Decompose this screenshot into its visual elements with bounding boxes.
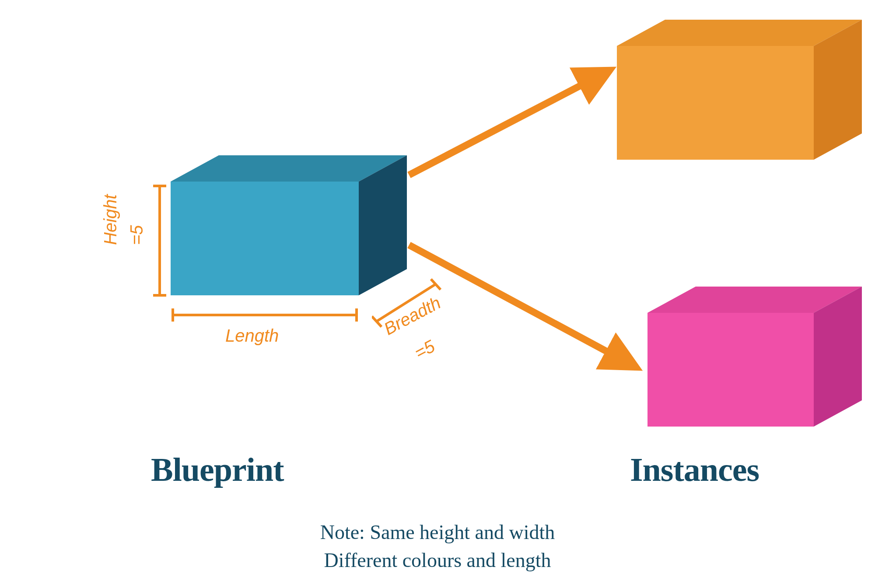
- blueprint-heading: Blueprint: [151, 451, 284, 489]
- height-bracket-icon: [151, 184, 168, 298]
- instance-cube-orange: [608, 15, 866, 164]
- diagram-canvas: Height =5 Length Breadth =5 Blueprint In…: [0, 0, 875, 588]
- height-label-text: Height: [101, 194, 120, 245]
- length-bracket-icon: [171, 306, 359, 324]
- note-line-1: Note: Same height and width: [0, 518, 875, 546]
- length-label-text: Length: [225, 326, 279, 345]
- blueprint-cube: [162, 151, 411, 300]
- svg-line-10: [431, 279, 441, 290]
- height-label: Height: [101, 194, 120, 245]
- svg-line-0: [409, 70, 610, 175]
- note-line-2: Different colours and length: [0, 546, 875, 574]
- instances-heading: Instances: [630, 451, 759, 489]
- length-label: Length: [225, 326, 279, 346]
- instances-heading-text: Instances: [630, 451, 759, 488]
- note-text: Note: Same height and width Different co…: [0, 518, 875, 575]
- height-value: =5: [127, 225, 147, 245]
- height-value-text: =5: [127, 225, 146, 245]
- svg-line-1: [409, 245, 637, 368]
- arrow-to-orange: [405, 61, 623, 184]
- blueprint-heading-text: Blueprint: [151, 451, 284, 488]
- instance-cube-pink: [639, 282, 866, 431]
